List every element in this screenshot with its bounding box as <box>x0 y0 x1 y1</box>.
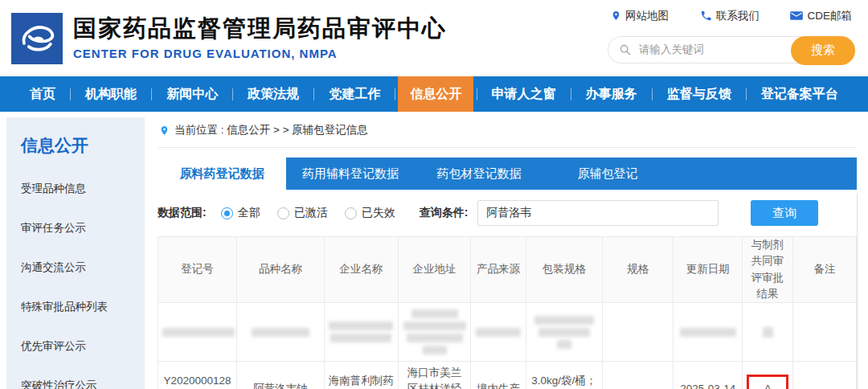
sidebar: 信息公开 受理品种信息 审评任务公示 沟通交流公示 特殊审批品种列表 优先审评公… <box>6 117 145 389</box>
cell-product-origin: 境内生产 <box>471 362 526 389</box>
cell-redacted <box>743 303 793 362</box>
col-spec: 规格 <box>602 237 674 303</box>
nav-separator <box>571 88 571 100</box>
radio-expired-icon[interactable] <box>345 207 357 219</box>
radio-activated-icon[interactable] <box>277 207 289 219</box>
red-annotation-box: A <box>747 375 788 389</box>
col-remarks: 备注 <box>792 237 856 303</box>
cell-joint-review-result: A <box>743 362 793 389</box>
radio-all-icon[interactable] <box>221 207 233 219</box>
tab-apief-registration[interactable]: 原辅包登记 <box>543 158 672 190</box>
nav-item-services[interactable]: 办事服务 <box>574 76 649 112</box>
site-search-bar: 搜索 <box>608 36 855 63</box>
cell-redacted <box>792 303 856 362</box>
sidebar-item-priority-review[interactable]: 优先审评公示 <box>21 339 137 354</box>
brand-block: 国家药品监督管理局药品审评中心 CENTER FOR DRUG EVALUATI… <box>73 16 447 61</box>
nav-item-home[interactable]: 首页 <box>18 76 68 112</box>
query-condition-label: 查询条件: <box>420 206 469 220</box>
sidebar-item-accepted-varieties[interactable]: 受理品种信息 <box>21 182 137 196</box>
cell-redacted <box>398 303 470 362</box>
cell-redacted <box>237 303 325 362</box>
col-company-name: 企业名称 <box>324 237 398 303</box>
table-row-acyclovir-sodium[interactable]: Y20200001283 阿昔洛韦钠 海南普利制药股份有限公司 海口市美兰区桂林… <box>158 362 857 389</box>
col-packaging-spec: 包装规格 <box>526 237 602 303</box>
sidebar-title: 信息公开 <box>21 134 137 157</box>
table-row-redacted[interactable] <box>158 303 857 362</box>
radio-activated-label: 已激活 <box>294 206 328 220</box>
sitemap-link[interactable]: 网站地图 <box>611 9 669 23</box>
cell-spec <box>602 362 674 389</box>
cde-logo-swirl-icon <box>15 17 59 60</box>
cell-registration-no: Y20200001283 <box>158 362 237 389</box>
site-title: 国家药品监督管理局药品审评中心 <box>73 16 447 42</box>
sidebar-item-review-tasks[interactable]: 审评任务公示 <box>21 221 137 235</box>
sidebar-item-special-approval[interactable]: 特殊审批品种列表 <box>21 300 137 314</box>
nav-separator <box>232 88 233 100</box>
cell-variety-name: 阿昔洛韦钠 <box>237 362 325 389</box>
radio-expired[interactable]: 已失效 <box>345 206 395 220</box>
tab-packaging-registration[interactable]: 药包材登记数据 <box>415 158 543 190</box>
content-panel-right-edge <box>857 193 858 389</box>
cell-redacted <box>674 303 743 362</box>
nav-item-applicant-window[interactable]: 申请人之窗 <box>480 76 568 112</box>
radio-expired-label: 已失效 <box>362 206 395 220</box>
contact-us-link-label: 联系我们 <box>716 9 760 23</box>
cell-update-date: 2025-03-14 <box>674 362 743 389</box>
sidebar-item-communication[interactable]: 沟通交流公示 <box>21 260 137 275</box>
nav-separator <box>652 88 653 100</box>
nav-separator <box>313 88 314 100</box>
location-pin-icon <box>611 10 621 22</box>
site-header: 国家药品监督管理局药品审评中心 CENTER FOR DRUG EVALUATI… <box>0 0 868 76</box>
site-search-button[interactable]: 搜索 <box>791 36 855 65</box>
cell-remarks <box>792 362 856 389</box>
sidebar-item-breakthrough-therapy[interactable]: 突破性治疗公示 <box>21 379 137 389</box>
nav-item-supervision[interactable]: 监督与反馈 <box>655 76 743 112</box>
nav-separator <box>477 88 477 100</box>
query-button[interactable]: 查询 <box>751 200 818 226</box>
nav-item-news[interactable]: 新闻中心 <box>154 76 230 112</box>
cell-redacted <box>526 303 602 362</box>
nav-item-info-disclosure[interactable]: 信息公开 <box>398 76 473 112</box>
nav-separator <box>151 88 152 100</box>
col-company-address: 企业地址 <box>398 237 470 303</box>
col-product-origin: 产品来源 <box>471 237 526 303</box>
main-nav: 首页 机构职能 新闻中心 政策法规 党建工作 信息公开 申请人之窗 办事服务 监… <box>0 76 868 112</box>
breadcrumb-pin-icon <box>159 125 170 137</box>
result-value: A <box>764 381 772 389</box>
cell-company-address: 海口市美兰区桂林洋经济开发区 <box>398 362 470 389</box>
cell-redacted <box>471 303 526 362</box>
site-subtitle: CENTER FOR DRUG EVALUATION, NMPA <box>73 47 447 60</box>
col-update-date: 更新日期 <box>674 237 743 303</box>
site-search-input[interactable] <box>637 43 774 56</box>
tab-excipient-registration[interactable]: 药用辅料登记数据 <box>286 158 415 190</box>
cde-logo <box>11 13 63 64</box>
nav-item-org[interactable]: 机构职能 <box>73 76 149 112</box>
registration-table: 登记号 品种名称 企业名称 企业地址 产品来源 包装规格 规格 更新日期 与制剂… <box>158 236 857 389</box>
cell-redacted <box>602 303 674 362</box>
nav-item-policy[interactable]: 政策法规 <box>235 76 311 112</box>
nav-separator <box>746 88 747 100</box>
header-quick-links: 网站地图 联系我们 CDE邮箱 <box>608 9 855 23</box>
radio-activated[interactable]: 已激活 <box>277 206 328 220</box>
col-variety-name: 品种名称 <box>237 237 325 303</box>
contact-us-link[interactable]: 联系我们 <box>700 9 760 23</box>
nav-separator <box>70 88 71 100</box>
nav-item-registration-platform[interactable]: 登记备案平台 <box>749 76 850 112</box>
envelope-icon <box>790 10 803 21</box>
tab-api-registration[interactable]: 原料药登记数据 <box>158 158 286 190</box>
nav-item-party[interactable]: 党建工作 <box>317 76 392 112</box>
main-content: 当前位置 : 信息公开 > > 原辅包登记信息 原料药登记数据 药用辅料登记数据… <box>145 112 868 389</box>
cde-mail-link[interactable]: CDE邮箱 <box>790 9 852 23</box>
filter-row: 数据范围: 全部 已激活 已失效 查询条件: 查询 <box>158 200 857 226</box>
cell-company-name: 海南普利制药股份有限公司 <box>324 362 398 389</box>
radio-all[interactable]: 全部 <box>221 206 260 220</box>
query-condition-input[interactable] <box>477 200 719 226</box>
sitemap-link-label: 网站地图 <box>625 9 669 23</box>
radio-all-label: 全部 <box>238 206 260 220</box>
data-tabs: 原料药登记数据 药用辅料登记数据 药包材登记数据 原辅包登记 <box>158 158 857 190</box>
cell-redacted <box>324 303 398 362</box>
breadcrumb-label: 当前位置 : 信息公开 > > 原辅包登记信息 <box>174 123 368 137</box>
breadcrumb: 当前位置 : 信息公开 > > 原辅包登记信息 <box>158 120 857 148</box>
nav-separator <box>395 88 395 100</box>
col-joint-review-result: 与制剂共同审评审批结果 <box>743 237 793 303</box>
